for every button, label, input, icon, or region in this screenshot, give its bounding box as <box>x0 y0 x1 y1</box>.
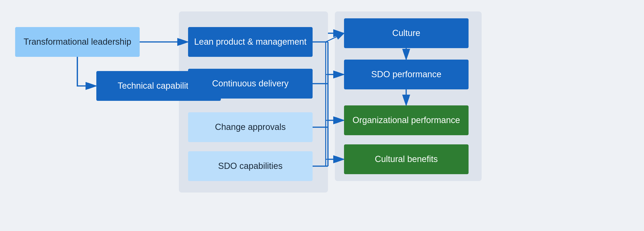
culture-box: Culture <box>344 18 468 48</box>
organizational-performance-label: Organizational performance <box>352 115 460 126</box>
change-approvals-box: Change approvals <box>188 112 312 142</box>
cultural-benefits-box: Cultural benefits <box>344 144 468 174</box>
sdo-capabilities-box: SDO capabilities <box>188 151 312 181</box>
lean-product-label: Lean product & management <box>194 36 306 47</box>
culture-label: Culture <box>392 27 420 39</box>
lean-product-box: Lean product & management <box>188 27 312 57</box>
transformational-leadership-label: Transformational leadership <box>24 36 132 47</box>
sdo-performance-box: SDO performance <box>344 60 468 89</box>
organizational-performance-box: Organizational performance <box>344 105 468 135</box>
sdo-performance-label: SDO performance <box>371 69 441 80</box>
diagram-container: Transformational leadership Technical ca… <box>0 0 644 231</box>
continuous-delivery-box: Continuous delivery <box>188 69 312 99</box>
change-approvals-label: Change approvals <box>215 121 286 133</box>
cultural-benefits-label: Cultural benefits <box>375 154 438 165</box>
continuous-delivery-label: Continuous delivery <box>212 78 289 89</box>
technical-capabilities-label: Technical capabilities <box>118 80 200 91</box>
transformational-leadership-box: Transformational leadership <box>15 27 140 57</box>
sdo-capabilities-label: SDO capabilities <box>218 160 282 172</box>
